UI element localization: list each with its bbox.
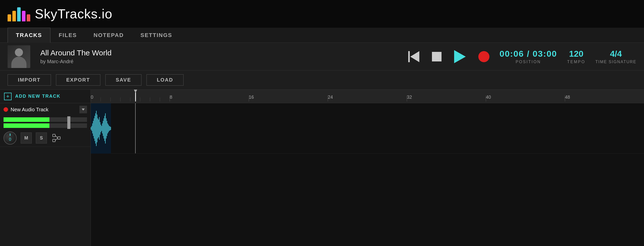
record-button[interactable]	[478, 51, 489, 62]
tempo-value: 120	[569, 49, 583, 59]
svg-rect-31	[100, 122, 100, 135]
track-panel: + ADD NEW TRACK New Audio Track	[0, 90, 91, 246]
svg-rect-30	[99, 117, 100, 140]
fader-row-2	[4, 123, 87, 128]
album-art-image	[8, 45, 30, 68]
time-signature-value: 4/4	[610, 49, 622, 59]
fader-pan-fill	[4, 123, 49, 128]
track-record-armed-indicator[interactable]	[4, 107, 8, 112]
load-button[interactable]: LOAD	[147, 74, 184, 86]
playhead[interactable]	[135, 90, 136, 101]
waveform-area[interactable]	[91, 103, 644, 246]
tab-notepad[interactable]: NOTEPAD	[85, 28, 132, 43]
position-value: 00:06 / 03:00	[500, 49, 557, 59]
track-pan-knob[interactable]: 0	[4, 131, 17, 145]
track-name: New Audio Track	[11, 107, 77, 113]
svg-rect-34	[102, 123, 103, 133]
svg-rect-41	[107, 123, 108, 133]
svg-rect-27	[97, 115, 97, 142]
fader-volume-handle[interactable]	[67, 116, 70, 123]
export-button[interactable]: EXPORT	[56, 74, 100, 86]
fader-pan[interactable]	[4, 123, 87, 128]
tempo-label: TEMPO	[567, 60, 585, 64]
track-title: All Around The World	[40, 49, 398, 57]
mute-button[interactable]: M	[21, 132, 32, 144]
svg-rect-20	[92, 126, 92, 131]
svg-rect-42	[108, 125, 109, 132]
playhead-lane	[135, 103, 136, 153]
logo-bars	[8, 6, 30, 21]
svg-rect-36	[104, 118, 104, 138]
waveform-block[interactable]	[91, 103, 111, 154]
fader-volume[interactable]	[4, 117, 87, 122]
add-track-icon[interactable]: +	[4, 93, 12, 100]
tab-tracks[interactable]: TRACKS	[8, 28, 50, 43]
svg-rect-25	[95, 113, 96, 144]
timeline-ruler[interactable]: 0 8 16 24 32 40 48	[91, 90, 644, 103]
skip-back-button[interactable]	[408, 51, 419, 62]
main-content: + ADD NEW TRACK New Audio Track	[0, 90, 644, 246]
tab-settings[interactable]: SETTINGS	[132, 28, 181, 43]
svg-rect-37	[104, 116, 105, 141]
svg-rect-0	[53, 134, 55, 137]
svg-rect-26	[96, 111, 97, 146]
svg-line-4	[55, 138, 58, 140]
play-button[interactable]	[454, 50, 466, 63]
svg-rect-21	[92, 123, 93, 133]
svg-rect-45	[110, 127, 111, 130]
logo-bar-5	[27, 14, 30, 21]
transport-controls	[408, 50, 489, 63]
track-row: New Audio Track	[0, 103, 91, 147]
save-button[interactable]: SAVE	[105, 74, 141, 86]
svg-rect-22	[93, 121, 94, 136]
timeline-area: 0 8 16 24 32 40 48	[91, 90, 644, 246]
svg-rect-23	[94, 118, 94, 138]
time-signature-label: TIME SIGNATURE	[595, 60, 636, 64]
fader-volume-fill	[4, 117, 49, 122]
time-signature-display: 4/4 TIME SIGNATURE	[595, 49, 636, 64]
logo-bar-4	[22, 11, 25, 21]
svg-rect-1	[53, 139, 55, 142]
track-artist: by Marc-André	[40, 59, 398, 64]
ruler-tick-container: 0 8 16 24 32 40 48	[91, 90, 644, 101]
track-controls: 0 M S	[0, 129, 91, 147]
svg-rect-44	[110, 126, 110, 130]
stop-button[interactable]	[432, 52, 442, 61]
svg-rect-33	[101, 126, 102, 131]
track-lane-1	[91, 103, 644, 154]
logo-bar-2	[12, 11, 16, 21]
fader-pan-handle[interactable]	[67, 122, 70, 129]
svg-rect-40	[107, 121, 107, 136]
svg-rect-43	[109, 126, 109, 131]
logo: SkyTracks.io	[8, 6, 112, 21]
svg-rect-32	[101, 125, 101, 132]
svg-rect-2	[58, 137, 60, 139]
app-header: SkyTracks.io	[0, 0, 644, 28]
app-title: SkyTracks.io	[35, 6, 112, 21]
add-track-bar[interactable]: + ADD NEW TRACK	[0, 90, 91, 103]
track-info: All Around The World by Marc-André	[40, 49, 398, 64]
svg-rect-29	[98, 120, 99, 137]
waveform-svg	[91, 106, 111, 151]
svg-rect-24	[95, 116, 95, 141]
import-button[interactable]: IMPORT	[8, 74, 51, 86]
route-button[interactable]	[51, 132, 62, 144]
nav-tabs: TRACKS FILES NOTEPAD SETTINGS	[0, 28, 644, 43]
position-display: 00:06 / 03:00 POSITION	[500, 49, 557, 64]
action-bar: IMPORT EXPORT SAVE LOAD	[0, 71, 644, 90]
solo-button[interactable]: S	[36, 132, 47, 144]
add-track-label: ADD NEW TRACK	[15, 94, 61, 99]
player-area: All Around The World by Marc-André 00:06…	[0, 43, 644, 71]
logo-bar-1	[8, 14, 11, 21]
position-label: POSITION	[516, 60, 541, 64]
tempo-display: 120 TEMPO	[567, 49, 585, 64]
svg-rect-28	[98, 118, 98, 138]
svg-line-3	[55, 135, 58, 138]
tab-files[interactable]: FILES	[50, 28, 85, 43]
svg-rect-38	[105, 113, 106, 144]
album-art	[8, 45, 30, 68]
svg-rect-19	[91, 127, 91, 130]
track-faders	[0, 116, 91, 129]
track-dropdown-button[interactable]	[79, 106, 87, 113]
logo-bar-3	[17, 7, 21, 21]
